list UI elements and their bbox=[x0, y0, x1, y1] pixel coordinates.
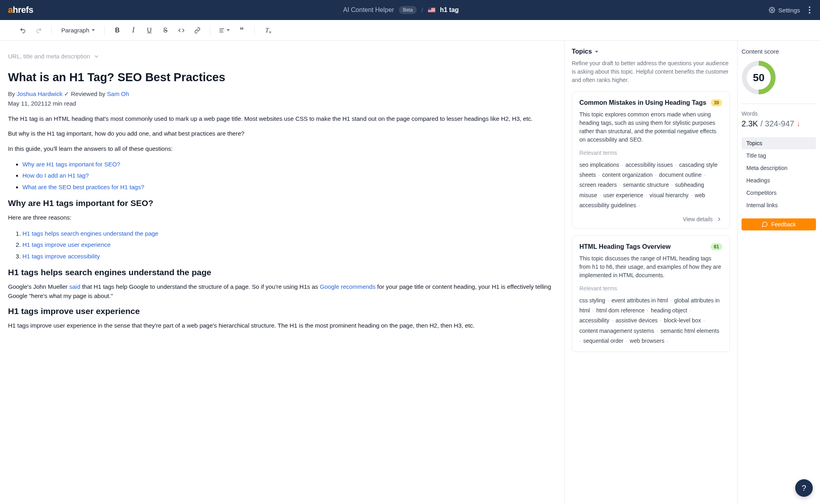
list-item[interactable]: H1 tags improve user experience bbox=[22, 239, 553, 251]
link-button[interactable] bbox=[191, 24, 204, 37]
score-ring: 50 bbox=[742, 60, 776, 95]
keyword-label: h1 tag bbox=[440, 6, 459, 14]
flag-icon bbox=[428, 8, 435, 12]
link-icon bbox=[194, 27, 201, 34]
topic-description: This topic explores common errors made w… bbox=[579, 110, 722, 144]
score-nav-item[interactable]: Internal links bbox=[742, 199, 816, 211]
chat-icon bbox=[762, 221, 768, 228]
toc-list: Why are H1 tags important for SEO? How d… bbox=[8, 159, 553, 193]
feedback-button[interactable]: Feedback bbox=[742, 218, 816, 230]
underline-button[interactable]: U bbox=[143, 24, 156, 37]
topic-description: This topic discusses the range of HTML h… bbox=[579, 254, 722, 280]
quote-button[interactable]: “ bbox=[235, 24, 249, 37]
recommends-link[interactable]: Google recommends bbox=[320, 283, 376, 290]
list-item[interactable]: H1 tags helps search engines understand … bbox=[22, 228, 553, 240]
score-nav-item[interactable]: Competitors bbox=[742, 187, 816, 199]
beta-badge: Beta bbox=[399, 6, 417, 14]
heading-2[interactable]: Why are H1 tags important for SEO? bbox=[8, 198, 553, 208]
words-label: Words bbox=[742, 110, 816, 117]
undo-button[interactable] bbox=[16, 24, 30, 37]
chevron-right-icon bbox=[716, 216, 722, 222]
undo-icon bbox=[20, 27, 26, 34]
app-title: AI Content Helper bbox=[343, 6, 394, 14]
svg-point-0 bbox=[771, 9, 773, 11]
topics-description: Refine your draft to better address the … bbox=[572, 59, 730, 84]
paragraph[interactable]: In this guide, you'll learn the answers … bbox=[8, 144, 553, 153]
gear-icon bbox=[769, 7, 775, 13]
chevron-down-icon bbox=[595, 51, 598, 53]
paragraph[interactable]: The H1 tag is an HTML heading that's mos… bbox=[8, 114, 553, 123]
paragraph[interactable]: But why is the H1 tag important, how do … bbox=[8, 129, 553, 138]
header-center: AI Content Helper Beta / h1 tag bbox=[33, 6, 769, 14]
relevant-terms-label: Relevant terms bbox=[579, 150, 722, 156]
relevant-terms-label: Relevant terms bbox=[579, 285, 722, 292]
paragraph[interactable]: Here are three reasons: bbox=[8, 213, 553, 222]
code-button[interactable] bbox=[175, 24, 188, 37]
arrow-down-icon: ↓ bbox=[797, 120, 800, 128]
settings-button[interactable]: Settings bbox=[769, 7, 800, 14]
breadcrumb-separator: / bbox=[422, 7, 423, 13]
score-nav-item[interactable]: Meta description bbox=[742, 162, 816, 174]
score-value: 50 bbox=[742, 60, 776, 95]
reviewer-link[interactable]: Sam Oh bbox=[107, 90, 129, 97]
redo-button[interactable] bbox=[32, 24, 46, 37]
score-column: Content score 50 Words 2.3K / 324-947 ↓ … bbox=[738, 41, 820, 504]
topic-score-badge: 39 bbox=[711, 99, 722, 106]
paragraph[interactable]: Google's John Mueller said that H1 tags … bbox=[8, 282, 553, 301]
relevant-terms: css styling · event attributes in html ·… bbox=[579, 296, 722, 346]
relevant-terms: seo implications · accessibility issues … bbox=[579, 160, 722, 210]
editor-column: URL, title and meta description What is … bbox=[0, 41, 565, 504]
topics-column: Topics Refine your draft to better addre… bbox=[565, 41, 738, 504]
list-item[interactable]: Why are H1 tags important for SEO? bbox=[22, 159, 553, 170]
score-nav-item[interactable]: Title tag bbox=[742, 150, 816, 162]
score-title: Content score bbox=[742, 48, 816, 55]
main-layout: URL, title and meta description What is … bbox=[0, 41, 820, 504]
topic-title: Common Mistakes in Using Heading Tags bbox=[579, 99, 706, 106]
list-item[interactable]: H1 tags improve accessibility bbox=[22, 251, 553, 262]
list-item[interactable]: How do I add an H1 tag? bbox=[22, 170, 553, 182]
header-right: Settings bbox=[769, 5, 812, 15]
view-details-button[interactable]: View details bbox=[579, 216, 722, 222]
more-menu-button[interactable] bbox=[807, 5, 812, 15]
chevron-down-icon bbox=[92, 29, 95, 31]
italic-button[interactable]: I bbox=[127, 24, 140, 37]
reasons-list: H1 tags helps search engines understand … bbox=[8, 228, 553, 262]
align-icon bbox=[219, 27, 225, 34]
paragraph-dropdown[interactable]: Paragraph bbox=[57, 24, 99, 37]
topic-score-badge: 61 bbox=[711, 243, 722, 250]
clear-format-button[interactable]: T✕ bbox=[260, 24, 274, 37]
list-item[interactable]: What are the SEO best practices for H1 t… bbox=[22, 182, 553, 193]
help-button[interactable]: ? bbox=[795, 479, 813, 497]
strikethrough-button[interactable]: S bbox=[159, 24, 172, 37]
topic-card[interactable]: Common Mistakes in Using Heading Tags 39… bbox=[572, 92, 730, 228]
chevron-down-icon bbox=[227, 29, 230, 31]
editor-toolbar: Paragraph B I U S “ T✕ bbox=[0, 20, 820, 41]
settings-label: Settings bbox=[778, 7, 800, 14]
bold-button[interactable]: B bbox=[111, 24, 124, 37]
author-link[interactable]: Joshua Hardwick bbox=[17, 90, 62, 97]
dateline: May 11, 202112 min read bbox=[8, 100, 553, 107]
redo-icon bbox=[36, 27, 42, 34]
paragraph[interactable]: H1 tags improve user experience in the s… bbox=[8, 321, 553, 330]
heading-2[interactable]: H1 tags helps search engines understand … bbox=[8, 268, 553, 277]
article-title[interactable]: What is an H1 Tag? SEO Best Practices bbox=[8, 71, 553, 84]
words-value: 2.3K / 324-947 ↓ bbox=[742, 119, 816, 128]
byline: By Joshua Hardwick ✓ Reviewed by Sam Oh bbox=[8, 90, 553, 98]
topic-card[interactable]: HTML Heading Tags Overview 61 This topic… bbox=[572, 236, 730, 352]
score-nav-item[interactable]: Topics bbox=[742, 137, 816, 149]
chevron-down-icon bbox=[93, 53, 100, 60]
score-nav: TopicsTitle tagMeta descriptionHeadingsC… bbox=[742, 137, 816, 211]
score-nav-item[interactable]: Headings bbox=[742, 174, 816, 186]
topic-title: HTML Heading Tags Overview bbox=[579, 243, 671, 250]
meta-toggle[interactable]: URL, title and meta description bbox=[8, 53, 553, 60]
align-button[interactable] bbox=[216, 24, 233, 37]
heading-2[interactable]: H1 tags improve user experience bbox=[8, 306, 553, 316]
topics-dropdown[interactable]: Topics bbox=[572, 48, 730, 55]
logo[interactable]: ahrefs bbox=[8, 5, 33, 15]
app-header: ahrefs AI Content Helper Beta / h1 tag S… bbox=[0, 0, 820, 20]
code-icon bbox=[178, 27, 185, 34]
said-link[interactable]: said bbox=[69, 283, 80, 290]
